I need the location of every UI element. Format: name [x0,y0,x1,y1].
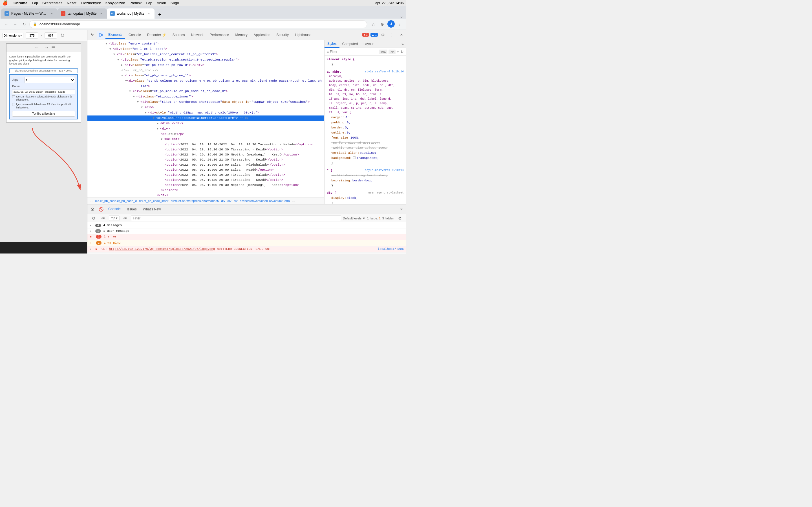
inspect-button[interactable] [89,31,96,39]
bookmarks-menu[interactable]: Könyvjelzők [105,1,125,5]
html-line-9[interactable]: ▼ <div class="et_pb_module et_pb_code et… [87,89,324,94]
sources-tab[interactable]: Sources [170,31,188,39]
memory-tab[interactable]: Memory [233,31,250,39]
customize-button[interactable]: ⊕ [378,20,386,28]
html-line-23[interactable]: <option>2022. 05. 03. 19:00-23:00 Salsa … [87,162,324,167]
error-url[interactable]: http://18.192.123.170/wp-content/uploads… [109,247,215,251]
console-entry-error[interactable]: ✖ 1 1 error [87,234,406,240]
application-tab[interactable]: Application [251,31,273,39]
style-source-big[interactable]: style.css?ver=4.9.10:14 [365,69,404,74]
nav-forward-preview[interactable]: → [44,45,49,51]
expand-10[interactable]: ▼ [133,94,137,100]
error-source[interactable]: localhost/:206 [378,247,404,251]
html-line-2[interactable]: ▼ <div class="et-l et-l--post" > [87,47,324,52]
html-line-1[interactable]: ▼ <div class="entry-content" > [87,41,324,47]
more-options-button[interactable]: ⋮ [388,31,396,39]
recorder-tab[interactable]: Recorder ⚡ [144,31,169,39]
expand-7[interactable]: ▼ [121,73,124,78]
console-entry-warning[interactable]: ⚠ 1 1 warning [87,240,406,246]
html-line-7[interactable]: ▼ <div class="et_pb_row et_pb_row_1" > [87,73,324,78]
html-line-28[interactable]: </select> [87,187,324,193]
html-line-4[interactable]: ▼ <div class="et_pb_section et_pb_sectio… [87,57,324,62]
html-line-21[interactable]: <option>2022. 04. 29. 19:00-20:30 Néptán… [87,152,324,157]
expand-messages[interactable]: ▶ [90,224,93,227]
expand-1[interactable]: ▼ [105,41,109,47]
performance-tab[interactable]: Performance [207,31,232,39]
styles-tab-styles[interactable]: Styles [324,40,340,48]
issues-tab[interactable]: Issues [124,205,140,213]
breadcrumb-item-4[interactable]: div [221,199,225,203]
console-filter-input[interactable] [131,216,341,221]
html-line-20[interactable]: <option>2022. 04. 28. 19:30-20:30 Társas… [87,147,324,152]
html-line-15[interactable]: ► <div>…</div> [87,121,324,126]
styles-tab-layout[interactable]: Layout [361,40,376,48]
refresh-style-button[interactable]: ↻ [400,50,404,54]
breadcrumb-item-3[interactable]: div.tiket-on-wordpress-shortcode35 [170,199,219,203]
tab-tamogatas[interactable]: T tamogatas | MySite × [57,8,107,18]
expand-13[interactable]: ▼ [145,110,148,115]
html-line-24[interactable]: <option>2022. 05. 03. 19:00-20:00 Salsa … [87,167,324,172]
expand-12[interactable]: ▼ [141,105,144,110]
profile-button[interactable]: J [388,20,395,27]
new-tab-button[interactable]: + [156,11,163,18]
expand-error[interactable]: ▶ [90,247,93,251]
background-swatch[interactable] [353,156,356,159]
console-toolbar-btn[interactable] [90,214,98,222]
html-line-13[interactable]: ▼ <div style="width: 618px; max-width: c… [87,110,324,115]
style-source-star[interactable]: style.css?ver=4.9.10:14 [365,168,404,173]
network-tab[interactable]: Network [188,31,206,39]
console-clear-btn[interactable]: 🚫 [97,205,105,213]
dimensions-select[interactable]: Dimensions ▾ [2,33,23,38]
reload-button[interactable]: ↻ [20,20,28,28]
html-line-17[interactable]: <p>Dátum</p> [87,131,324,136]
html-line-26[interactable]: <option>2022. 05. 05. 19:30-20:30 Társas… [87,177,324,182]
edit-menu[interactable]: Szerkesztés [42,1,62,5]
menu-button[interactable]: ⋮ [396,20,404,28]
cls-button[interactable]: .cls [389,50,396,54]
top-context-selector[interactable]: top ▾ [109,216,119,221]
lighthouse-tab[interactable]: Lighthouse [292,31,314,39]
tab-close-3[interactable]: × [147,11,151,16]
expand-8[interactable]: ▼ [125,78,127,83]
bookmark-button[interactable]: ☆ [369,20,377,28]
console-eye-btn[interactable]: 👁 [99,214,107,222]
nav-back-preview[interactable]: ← [35,45,40,51]
html-line-11[interactable]: ▼ <div class="tiket-on-wordpress-shortco… [87,100,324,105]
back-button[interactable]: ← [2,20,10,28]
html-line-22[interactable]: <option>2022. 05. 02. 20:30-21:30 Társas… [87,157,324,162]
default-levels-btn[interactable]: Default levels ▼ [343,217,365,220]
settings-button[interactable]: ⚙ [379,31,387,39]
expand-9[interactable]: ▼ [129,89,133,94]
console-tab-dt[interactable]: Console [126,31,144,39]
html-line-8b[interactable]: ild"> [87,83,324,89]
height-input[interactable] [45,33,57,39]
html-line-29[interactable]: </div> [87,193,324,197]
html-line-25[interactable]: <option>2022. 05. 05. 18:00-19:30 Társas… [87,172,324,177]
html-line-5[interactable]: ► <div class="et_pb_row et_pb_row_0" >…<… [87,62,324,68]
add-style-button[interactable]: + [397,49,399,54]
breadcrumb-item-1[interactable]: ule.et_pb_code.et_pb_code_0 [95,199,137,203]
html-line-18[interactable]: ▼ <select> [87,136,324,142]
html-line-14[interactable]: ▼ <div class="nestedContainerForContactF… [87,115,324,121]
html-line-19[interactable]: <option>2022. 04. 28. 18:30-2022. 04. 28… [87,142,324,147]
html-panel[interactable]: ▼ <div class="entry-content" > ▼ <div cl… [87,40,324,197]
html-line-8[interactable]: ▼ <div class="et_pb_column et_pb_column_… [87,78,324,83]
expand-5[interactable]: ► [121,63,124,68]
expand-user[interactable]: ▶ [90,229,93,233]
breadcrumb-item-2[interactable]: div.et_pb_code_inner [139,199,168,203]
apple-menu[interactable]: 🍎 [2,0,8,6]
console-gear-btn[interactable]: ⚙ [396,214,404,222]
html-line-6[interactable]: <!-- .et_pb_row --> [87,68,324,73]
console-entry-user[interactable]: ▶ 1 1 user message [87,228,406,234]
history-menu[interactable]: Előzmények [81,1,101,5]
elements-tab[interactable]: Elements [105,31,125,39]
tab-menu[interactable]: Lap [146,1,152,5]
console-context-btn[interactable]: 👁 [121,214,129,222]
styles-tab-more[interactable]: » [399,42,406,46]
file-menu[interactable]: Fájl [32,1,38,5]
expand-2[interactable]: ▼ [109,47,113,52]
checkbox-2[interactable] [12,103,15,106]
tab-close-1[interactable]: × [50,11,54,16]
ticket-select[interactable]: ▾ [24,77,75,83]
view-menu[interactable]: Nézet [67,1,77,5]
